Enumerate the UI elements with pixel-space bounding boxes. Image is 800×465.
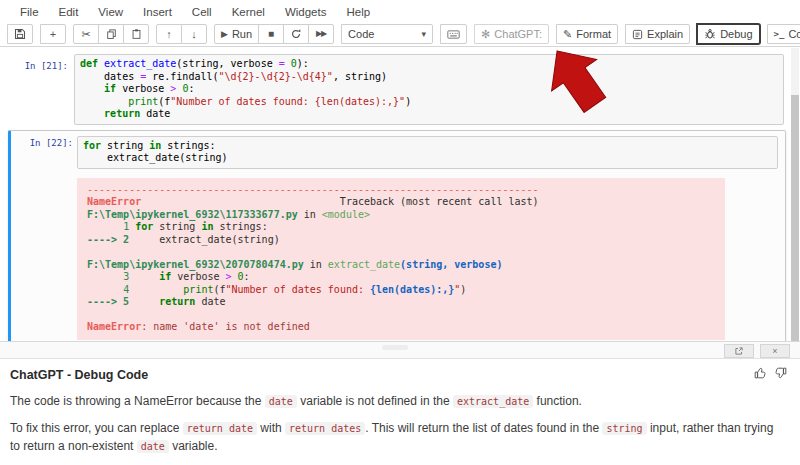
input-prompt: In [21]: — [0, 61, 68, 71]
chatgpt-panel-header: × — [0, 341, 800, 359]
answer-paragraph-1: The code is throwing a NameError because… — [10, 392, 786, 410]
input-prompt: In [22]: — [11, 138, 73, 148]
command-palette-button[interactable] — [440, 24, 467, 44]
notebook-scrollbar-track[interactable] — [791, 48, 799, 341]
code-editor-22[interactable]: for string in strings: extract_date(stri… — [77, 136, 778, 169]
bug-icon — [704, 28, 716, 40]
menu-insert[interactable]: Insert — [133, 6, 182, 18]
close-icon: × — [772, 346, 777, 356]
arrow-up-icon: ↑ — [166, 29, 172, 40]
notebook-scrollbar-thumb[interactable] — [791, 95, 799, 341]
cell-type-value: Code — [348, 28, 374, 40]
notebook-area: In [21]: def extract_date(string, verbos… — [0, 48, 800, 341]
explain-icon — [632, 29, 643, 40]
save-button[interactable] — [7, 24, 33, 44]
traceback-text: ----------------------------------------… — [87, 184, 715, 334]
code-cell-21: In [21]: def extract_date(string, verbos… — [0, 54, 786, 125]
paste-cell-button[interactable] — [123, 24, 149, 44]
thumbs-up-button[interactable] — [753, 366, 767, 383]
answer-paragraph-2: To fix this error, you can replace retur… — [10, 419, 786, 455]
thumbs-up-icon — [753, 366, 767, 380]
restart-icon — [290, 28, 302, 40]
error-output: ----------------------------------------… — [77, 178, 725, 340]
code-cell-22-selected[interactable]: In [22]: for string in strings: extract_… — [8, 130, 786, 342]
scissors-icon: ✂ — [81, 29, 90, 40]
paste-icon — [131, 28, 142, 40]
move-cell-down-button[interactable]: ↓ — [181, 24, 207, 44]
chatgpt-complete-button[interactable]: >_ Complete — [767, 24, 800, 44]
menu-bar: File Edit View Insert Cell Kernel Widget… — [0, 0, 800, 24]
run-label: Run — [232, 28, 252, 40]
menu-help[interactable]: Help — [336, 6, 380, 18]
menu-file[interactable]: File — [10, 6, 49, 18]
copy-cell-button[interactable] — [98, 24, 124, 44]
panel-title: ChatGPT - Debug Code — [10, 368, 148, 382]
run-button[interactable]: ▶ Run — [214, 24, 259, 44]
chatgpt-logo-icon: ✻ — [481, 29, 490, 40]
pen-icon: ✎ — [563, 29, 572, 40]
cell-type-select[interactable]: Code ▾ — [341, 24, 433, 44]
cut-cell-button[interactable]: ✂ — [73, 24, 99, 44]
code-21: def extract_date(string, verbose = 0): d… — [80, 58, 779, 121]
menu-edit[interactable]: Edit — [49, 6, 89, 18]
chatgpt-debug-panel: ChatGPT - Debug Code The code is throwin… — [0, 359, 800, 465]
chatgpt-extension-label: ✻ ChatGPT: — [474, 24, 549, 44]
notebook-toolbar: + ✂ ↑ ↓ ▶ Run ■ ▶▶ Code ▾ — [0, 24, 800, 47]
fast-forward-icon: ▶▶ — [316, 30, 326, 38]
move-cell-up-button[interactable]: ↑ — [156, 24, 182, 44]
open-in-new-button[interactable] — [724, 344, 754, 358]
plus-icon: + — [50, 29, 56, 40]
chatgpt-debug-button[interactable]: Debug — [697, 24, 759, 44]
menu-cell[interactable]: Cell — [182, 6, 222, 18]
stop-icon: ■ — [268, 29, 274, 39]
panel-resize-grip[interactable] — [382, 345, 408, 350]
interrupt-kernel-button[interactable]: ■ — [258, 24, 284, 44]
copy-icon — [106, 28, 117, 40]
chatgpt-explain-button[interactable]: Explain — [625, 24, 690, 44]
thumbs-down-button[interactable] — [774, 366, 788, 383]
open-in-new-icon — [734, 346, 744, 356]
arrow-down-icon: ↓ — [191, 29, 197, 40]
menu-kernel[interactable]: Kernel — [222, 6, 275, 18]
add-cell-button[interactable]: + — [40, 24, 66, 44]
terminal-icon: >_ — [774, 30, 785, 39]
restart-run-all-button[interactable]: ▶▶ — [308, 24, 334, 44]
menu-view[interactable]: View — [88, 6, 133, 18]
code-editor-21[interactable]: def extract_date(string, verbose = 0): d… — [74, 54, 784, 125]
thumbs-down-icon — [774, 366, 788, 380]
keyboard-icon — [447, 29, 460, 40]
chatgpt-format-button[interactable]: ✎ Format — [556, 24, 618, 44]
code-22: for string in strings: extract_date(stri… — [83, 140, 773, 165]
save-icon — [14, 28, 26, 40]
restart-kernel-button[interactable] — [283, 24, 309, 44]
play-icon: ▶ — [221, 30, 228, 39]
chevron-down-icon: ▾ — [422, 29, 427, 39]
menu-widgets[interactable]: Widgets — [275, 6, 337, 18]
close-panel-button[interactable]: × — [760, 344, 790, 358]
